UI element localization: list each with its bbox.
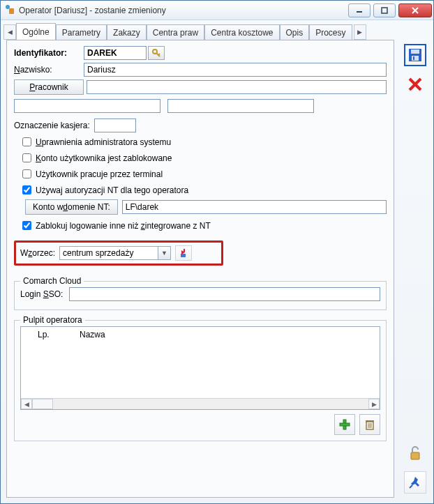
maximize-button[interactable] — [373, 3, 396, 17]
svg-rect-23 — [411, 452, 419, 459]
svg-rect-3 — [382, 8, 387, 13]
cancel-button[interactable] — [404, 73, 426, 96]
list-header: Lp. Nazwa — [21, 327, 380, 342]
surname-label: Nazwisko: — [14, 65, 84, 75]
side-toolbar-top — [404, 44, 426, 96]
identifier-input[interactable] — [84, 46, 147, 60]
scroll-thumb[interactable] — [32, 399, 53, 409]
sso-input[interactable] — [69, 287, 380, 301]
terminal-checkbox-label: Użytkownik pracuje przez terminal — [36, 169, 163, 179]
delete-button[interactable] — [359, 414, 380, 435]
cloud-legend: Comarch Cloud — [20, 276, 84, 286]
col-name: Nazwa — [80, 330, 105, 339]
ntauth-checkbox-label: Używaj autoryzacji NT dla tego operatora — [36, 185, 188, 195]
svg-point-0 — [6, 5, 10, 9]
horizontal-scrollbar[interactable]: ◀ ▶ — [21, 398, 380, 409]
extra-input-1[interactable] — [14, 99, 160, 113]
employee-input[interactable] — [87, 80, 387, 94]
tab-rights[interactable]: Centra praw — [147, 24, 204, 40]
app-window: Operator [Dariusz] - zostanie zmieniony … — [0, 0, 434, 504]
block-non-nt-label: Zablokuj logowanie inne niż zintegrowane… — [36, 221, 211, 231]
cashier-input[interactable] — [94, 119, 136, 132]
save-button[interactable] — [404, 44, 426, 66]
identifier-label: Identyfikator: — [14, 48, 84, 58]
scroll-right-button[interactable]: ▶ — [368, 399, 380, 409]
operator-desktop-list[interactable]: Lp. Nazwa ◀ ▶ — [20, 326, 380, 410]
tab-bans[interactable]: Zakazy — [107, 24, 147, 40]
unlock-button[interactable] — [404, 442, 426, 464]
svg-rect-19 — [412, 56, 419, 61]
svg-rect-18 — [411, 49, 419, 54]
tab-cost-centers[interactable]: Centra kosztowe — [204, 24, 279, 40]
extra-input-2[interactable] — [167, 99, 314, 113]
admin-checkbox-label: Uprawnienia administratora systemu — [36, 137, 171, 147]
template-apply-button[interactable] — [175, 245, 192, 261]
pulpit-fieldset: Pulpit operatora Lp. Nazwa ◀ ▶ — [14, 320, 387, 441]
surname-input[interactable] — [84, 63, 387, 77]
svg-line-8 — [158, 54, 160, 55]
scroll-left-button[interactable]: ◀ — [21, 399, 32, 409]
scroll-track[interactable] — [53, 399, 368, 409]
titlebar: Operator [Dariusz] - zostanie zmieniony — [1, 1, 433, 20]
col-lp: Lp. — [38, 330, 80, 339]
svg-rect-13 — [366, 420, 374, 422]
template-dropdown-value: centrum sprzedaży — [60, 248, 158, 258]
close-button[interactable] — [398, 3, 432, 17]
employee-button[interactable]: Pracownik — [14, 79, 84, 95]
tab-scroll-left[interactable]: ◀ — [3, 24, 16, 40]
admin-checkbox[interactable] — [22, 137, 31, 146]
svg-rect-20 — [413, 56, 414, 60]
side-toolbar-bottom — [404, 442, 426, 494]
template-highlight-box: Wzorzec: centrum sprzedaży ▼ — [14, 240, 223, 266]
nt-domain-button[interactable]: Konto w domenie NT: — [25, 199, 118, 215]
tab-parameters[interactable]: Parametry — [56, 24, 107, 40]
tab-general[interactable]: Ogólne — [16, 23, 56, 40]
nt-domain-input[interactable] — [122, 200, 387, 214]
svg-line-24 — [410, 485, 412, 488]
locked-checkbox-label: Konto użytkownika jest zablokowane — [36, 153, 172, 163]
panel-general: Identyfikator: Nazwisko: Pracownik Oznac… — [6, 40, 394, 498]
minimize-button[interactable] — [348, 3, 371, 17]
svg-rect-1 — [9, 8, 14, 14]
cloud-fieldset: Comarch Cloud Login SSO: — [14, 281, 387, 310]
locked-checkbox[interactable] — [22, 153, 31, 162]
add-button[interactable] — [334, 414, 355, 435]
block-non-nt-checkbox[interactable] — [22, 221, 31, 230]
cashier-label: Oznaczenie kasjera: — [14, 121, 90, 130]
window-title: Operator [Dariusz] - zostanie zmieniony — [16, 6, 347, 15]
terminal-checkbox[interactable] — [22, 169, 31, 178]
template-label: Wzorzec: — [20, 248, 55, 258]
ntauth-checkbox[interactable] — [22, 185, 31, 194]
key-button[interactable] — [148, 46, 165, 60]
tab-strip: ◀ Ogólne Parametry Zakazy Centra praw Ce… — [1, 22, 433, 40]
tab-scroll-right[interactable]: ▶ — [354, 24, 366, 40]
pulpit-legend: Pulpit operatora — [20, 315, 85, 325]
tab-processes[interactable]: Procesy — [309, 24, 352, 40]
pin-button[interactable] — [404, 471, 426, 494]
chevron-down-icon: ▼ — [158, 247, 170, 259]
template-dropdown[interactable]: centrum sprzedaży ▼ — [59, 246, 171, 260]
svg-rect-11 — [340, 423, 350, 426]
tab-description[interactable]: Opis — [280, 24, 310, 40]
app-icon — [3, 3, 16, 17]
sso-label: Login SSO: — [20, 289, 69, 299]
